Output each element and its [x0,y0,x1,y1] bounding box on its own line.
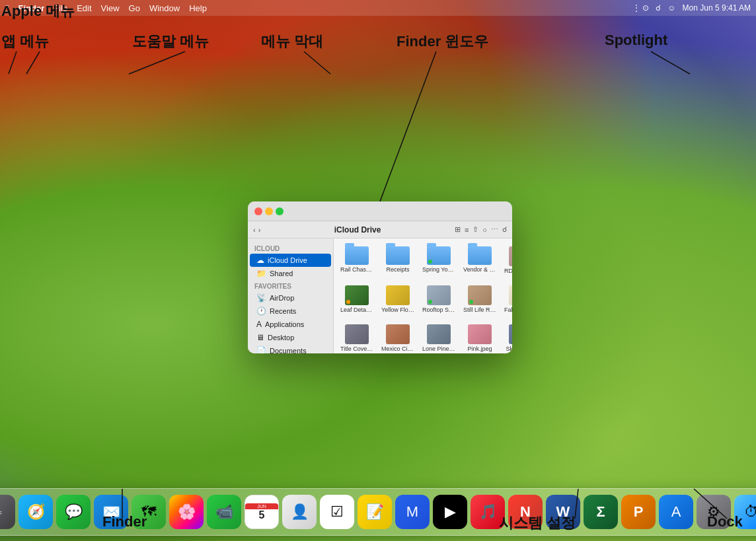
image-icon [386,285,410,305]
dock: ⎓ 🧭 💬 ✉️ 🗺 🌸 📹 JUN 5 👤 ☑ 📝 M ▶ 🎵 N W Σ P… [0,488,756,536]
sidebar-item-airdrop[interactable]: 📡 AirDrop [250,291,331,305]
dock-app-system-settings[interactable]: ⚙ [697,495,731,529]
file-name: Mexico City.jpeg [381,345,414,353]
file-menu[interactable]: File [54,3,67,13]
file-name: RD.2-Notes.jpg [504,268,512,275]
toolbar-actions: ⊞ ≡ ⇧ ○ ⋯ ☌ [455,225,507,234]
file-item[interactable]: Title Cover.jpg [339,322,375,353]
wifi-icon[interactable]: ⋮ ⊙ [632,3,649,13]
edit-menu[interactable]: Edit [77,3,91,13]
sidebar-item-applications[interactable]: A Applications [250,318,331,331]
finder-toolbar: ‹ › iCloud Drive ⊞ ≡ ⇧ ○ ⋯ ☌ [248,221,512,238]
more-icon[interactable]: ⋯ [491,225,498,234]
file-name: Rail Chasers [340,266,373,273]
sidebar-item-documents[interactable]: 📄 Documents [250,344,331,353]
sidebar-item-icloud-drive[interactable]: ☁ iCloud Drive [250,254,331,267]
view-toggle-icon[interactable]: ⊞ [455,225,461,234]
file-item[interactable]: Rooftop Shoot.jpg [421,283,457,316]
file-name: Pink.jpeg [467,345,492,353]
dock-app-freeform[interactable]: M [395,495,430,529]
file-item[interactable]: Fall Scents Outline.pages [503,283,512,316]
file-name: Receipts [386,266,409,273]
dock-app-appletv[interactable]: ▶ [433,495,467,529]
file-name: Yellow Flower.jpg [381,307,414,314]
recents-icon: 🕐 [256,307,266,316]
recents-label: Recents [270,307,296,315]
file-item[interactable]: Lone Pine.jpeg [421,322,457,353]
shared-icon: 📁 [256,269,266,278]
image-icon [427,324,451,344]
dock-app-mail[interactable]: ✉️ [94,495,128,529]
image-icon [509,285,512,305]
sidebar-item-recents[interactable]: 🕐 Recents [250,305,331,318]
dock-app-notes[interactable]: 📝 [358,495,392,529]
file-item[interactable]: Leaf Detail.jpg [339,283,375,316]
folder-icon [345,246,369,265]
file-item[interactable]: RD.2-Notes.jpg [503,244,512,277]
dock-app-news[interactable]: N [508,495,543,529]
dock-app-facetime[interactable]: 📹 [207,495,241,529]
dock-app-screentime[interactable]: ⏱ [734,495,756,529]
view-list-icon[interactable]: ≡ [465,226,469,234]
close-button[interactable] [254,207,262,215]
finder-menu[interactable]: Finder [18,3,44,13]
dock-app-messages[interactable]: 💬 [56,495,91,529]
sync-dot [428,300,432,304]
sync-dot [428,260,432,264]
fullscreen-button[interactable] [276,207,284,215]
favorites-section-label: Favorites [248,280,333,291]
file-name: Rooftop Shoot.jpg [422,307,455,314]
sidebar-item-desktop[interactable]: 🖥 Desktop [250,331,331,344]
dock-app-pages[interactable]: P [621,495,656,529]
file-item[interactable]: Mexico City.jpeg [380,322,416,353]
finder-sidebar: iCloud ☁ iCloud Drive 📁 Shared Favorites… [248,238,334,353]
dock-app-contacts[interactable]: 👤 [282,495,317,529]
dock-app-word[interactable]: W [546,495,580,529]
dock-app-photos[interactable]: 🌸 [169,495,204,529]
file-item[interactable]: Pink.jpeg [462,322,498,353]
search-icon[interactable]: ☌ [502,225,507,234]
help-menu[interactable]: Help [189,3,207,13]
dock-app-safari[interactable]: 🧭 [19,495,53,529]
folder-icon [427,246,451,265]
file-item[interactable]: Rail Chasers [339,244,375,277]
forward-button[interactable]: › [258,226,261,234]
icloud-section-label: iCloud [248,242,333,254]
file-item[interactable]: Spring Youth Council [421,244,457,277]
apple-menu-icon[interactable]:  [5,3,9,14]
minimize-button[interactable] [265,207,273,215]
dock-app-music[interactable]: 🎵 [471,495,505,529]
user-icon[interactable]: ☺ [667,3,675,13]
file-item[interactable]: Yellow Flower.jpg [380,283,416,316]
dock-app-numbers[interactable]: Σ [584,495,618,529]
spotlight-icon[interactable]: ☌ [656,3,661,13]
sidebar-item-shared[interactable]: 📁 Shared [250,267,331,280]
clock-display: Mon Jun 5 9:41 AM [683,3,751,13]
go-menu[interactable]: Go [129,3,140,13]
file-item[interactable]: Still Life Reference.jpg [462,283,498,316]
file-grid: Rail Chasers Receipts Spring Youth Counc… [339,244,507,353]
documents-icon: 📄 [256,346,266,353]
image-icon [509,324,512,344]
file-item[interactable]: Receipts [380,244,416,277]
icloud-drive-icon: ☁ [256,256,264,265]
dock-app-calendar[interactable]: JUN 5 [245,495,279,529]
file-item[interactable]: Skater.jpeg [503,322,512,353]
back-button[interactable]: ‹ [253,226,256,234]
dock-app-maps[interactable]: 🗺 [132,495,166,529]
file-name: Title Cover.jpg [340,345,373,353]
image-icon [345,285,369,305]
view-menu[interactable]: View [101,3,120,13]
applications-label: Applications [265,320,304,328]
window-menu[interactable]: Window [149,3,180,13]
sync-dot [469,300,473,304]
file-item[interactable]: Vendor & Invoices [462,244,498,277]
share-icon[interactable]: ⇧ [472,225,478,234]
finder-content: Rail Chasers Receipts Spring Youth Counc… [334,238,512,353]
dock-app-appstore[interactable]: A [659,495,693,529]
file-name: Fall Scents Outline.pages [504,307,512,314]
dock-app-reminders[interactable]: ☑ [320,495,354,529]
finder-body: iCloud ☁ iCloud Drive 📁 Shared Favorites… [248,238,512,353]
tag-icon[interactable]: ○ [482,226,487,234]
dock-app-launchpad[interactable]: ⎓ [0,495,15,529]
